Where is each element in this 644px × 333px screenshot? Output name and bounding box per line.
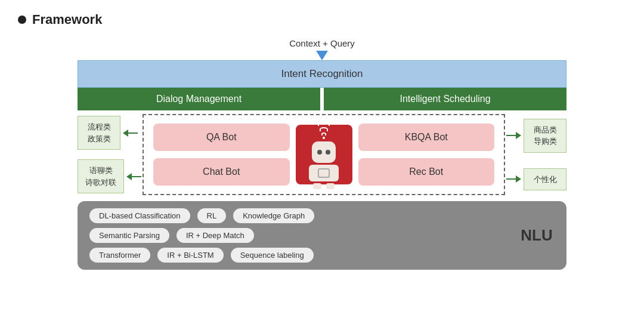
right-bot-col: KBQA Bot Rec Bot bbox=[358, 124, 495, 186]
robot-torso-inner bbox=[318, 168, 330, 178]
arrow-icon bbox=[126, 173, 141, 180]
robot-center bbox=[296, 125, 352, 184]
context-query-label: Context + Query bbox=[289, 38, 355, 48]
arrow-line bbox=[132, 176, 141, 177]
nlu-row-3: Transformer IR + Bi-LSTM Sequence labeli… bbox=[89, 248, 519, 263]
arrow-connector-right-top bbox=[506, 132, 521, 139]
side-label-right-bottom: 个性化 bbox=[524, 168, 566, 191]
wifi-arcs-icon bbox=[318, 120, 330, 139]
robot-eye-right-icon bbox=[326, 150, 330, 155]
nlu-tag-sp: Semantic Parsing bbox=[89, 228, 169, 243]
arrow-connector-left-bottom bbox=[126, 173, 141, 180]
nlu-tag-transformer: Transformer bbox=[89, 248, 150, 263]
nlu-tag-rl: RL bbox=[197, 208, 227, 223]
side-label-left-bottom: 语聊类 诗歌对联 bbox=[78, 159, 124, 193]
robot-torso bbox=[309, 165, 339, 181]
robot-feet bbox=[313, 183, 335, 189]
arrowhead-right-icon bbox=[516, 132, 521, 139]
rec-bot-box: Rec Bot bbox=[358, 158, 495, 186]
arrow-icon bbox=[506, 132, 521, 139]
framework-diagram: Context + Query Intent Recognition Dialo… bbox=[18, 38, 626, 270]
arrowhead-left-icon bbox=[126, 173, 132, 180]
page-title: Framework bbox=[32, 12, 102, 27]
arrow-line bbox=[506, 135, 516, 136]
intent-recognition-bar: Intent Recognition bbox=[78, 60, 566, 88]
arrow-line bbox=[506, 178, 516, 180]
side-label-left-top: 流程类 政策类 bbox=[78, 116, 120, 150]
robot-background bbox=[296, 125, 352, 184]
arrow-line bbox=[128, 132, 138, 134]
nlu-tag-kg: Knowledge Graph bbox=[233, 208, 314, 223]
nlu-tag-dl: DL-based Classification bbox=[89, 208, 190, 223]
robot-foot-right bbox=[326, 183, 335, 189]
arc2-icon bbox=[320, 127, 328, 131]
middle-section: 流程类 政策类 语聊类 诗歌对联 bbox=[78, 114, 566, 195]
left-bot-col: QA Bot Chat Bot bbox=[153, 124, 290, 186]
arc3-icon bbox=[318, 120, 330, 126]
nlu-tag-seq-label: Sequence labeling bbox=[231, 248, 314, 263]
arrow-connector-left-top bbox=[123, 130, 138, 137]
title-row: Framework bbox=[18, 12, 626, 27]
page: Framework Context + Query Intent Recogni… bbox=[0, 0, 644, 333]
arrow-icon bbox=[506, 175, 521, 183]
nlu-tag-ir-bilstm: IR + Bi-LSTM bbox=[157, 248, 223, 263]
chat-bot-box: Chat Bot bbox=[153, 158, 290, 186]
nlu-row-2: Semantic Parsing IR + Deep Match bbox=[89, 228, 519, 243]
kbqa-bot-box: KBQA Bot bbox=[358, 124, 495, 151]
robot-body bbox=[309, 120, 339, 189]
arrow-connector-right-bottom bbox=[506, 175, 521, 183]
management-row: Dialog Management Intelligent Scheduling bbox=[78, 88, 566, 110]
nlu-row-1: DL-based Classification RL Knowledge Gra… bbox=[89, 208, 519, 223]
context-arrow-icon bbox=[316, 51, 328, 60]
arrow-icon bbox=[123, 130, 138, 137]
robot-head bbox=[312, 141, 336, 163]
arc1-icon bbox=[321, 132, 326, 135]
nlu-label: NLU bbox=[519, 226, 555, 245]
center-dashed-box: QA Bot Chat Bot bbox=[143, 114, 505, 195]
arrowhead-right-icon bbox=[516, 175, 521, 183]
nlu-tag-ir-deep: IR + Deep Match bbox=[177, 228, 254, 243]
qa-bot-box: QA Bot bbox=[153, 124, 290, 151]
side-label-right-top: 商品类 导购类 bbox=[524, 119, 566, 153]
main-area: Intent Recognition Dialog Management Int… bbox=[78, 60, 566, 195]
wifi-dot-icon bbox=[323, 137, 325, 139]
robot-foot-left bbox=[313, 183, 321, 189]
dialog-management-box: Dialog Management bbox=[78, 88, 320, 110]
bullet-icon bbox=[18, 16, 26, 24]
nlu-tags: DL-based Classification RL Knowledge Gra… bbox=[89, 208, 519, 263]
robot-eye-left-icon bbox=[317, 150, 322, 155]
nlu-section: DL-based Classification RL Knowledge Gra… bbox=[78, 201, 566, 270]
intelligent-scheduling-box: Intelligent Scheduling bbox=[324, 88, 566, 110]
arrowhead-left-icon bbox=[123, 130, 128, 137]
